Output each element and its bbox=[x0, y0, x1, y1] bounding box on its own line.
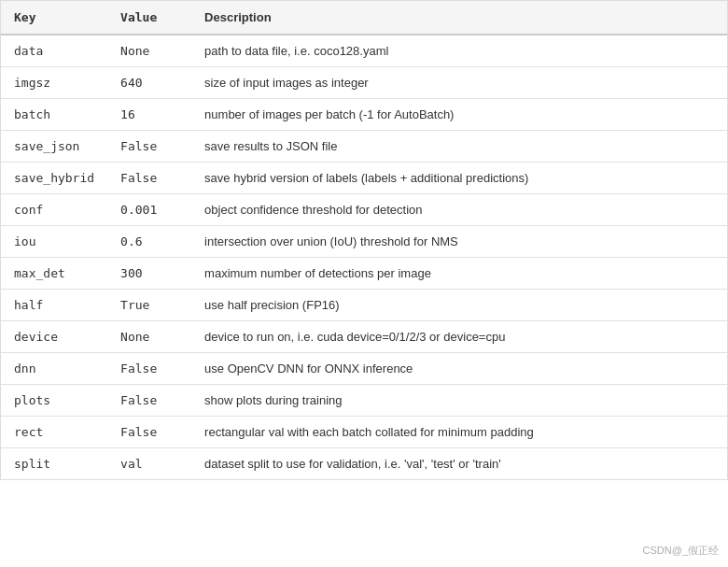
cell-value: val bbox=[107, 448, 191, 480]
cell-description: number of images per batch (-1 for AutoB… bbox=[191, 99, 727, 131]
cell-key: save_hybrid bbox=[1, 163, 107, 194]
cell-value: False bbox=[107, 417, 191, 448]
cell-value: 640 bbox=[107, 67, 191, 99]
cell-value: None bbox=[107, 321, 191, 353]
table-row: save_jsonFalsesave results to JSON file bbox=[1, 131, 727, 163]
cell-key: imgsz bbox=[1, 67, 107, 99]
table-row: max_det300maximum number of detections p… bbox=[1, 258, 727, 290]
watermark-label: CSDN@_假正经 bbox=[643, 544, 719, 558]
table-row: save_hybridFalsesave hybrid version of l… bbox=[1, 163, 727, 194]
cell-description: maximum number of detections per image bbox=[191, 258, 727, 290]
table-row: dataNonepath to data file, i.e. coco128.… bbox=[1, 35, 727, 67]
header-description: Description bbox=[191, 1, 727, 35]
cell-description: use OpenCV DNN for ONNX inference bbox=[191, 353, 727, 385]
main-table-container: Key Value Description dataNonepath to da… bbox=[0, 0, 728, 480]
parameters-table: Key Value Description dataNonepath to da… bbox=[1, 1, 727, 479]
cell-value: None bbox=[107, 35, 191, 67]
cell-key: data bbox=[1, 35, 107, 67]
cell-key: conf bbox=[1, 194, 107, 226]
cell-value: 0.6 bbox=[107, 226, 191, 258]
cell-value: 16 bbox=[107, 99, 191, 131]
cell-description: save hybrid version of labels (labels + … bbox=[191, 163, 727, 194]
cell-description: show plots during training bbox=[191, 385, 727, 417]
cell-value: True bbox=[107, 290, 191, 321]
cell-value: False bbox=[107, 131, 191, 163]
cell-key: dnn bbox=[1, 353, 107, 385]
cell-description: use half precision (FP16) bbox=[191, 290, 727, 321]
table-row: deviceNonedevice to run on, i.e. cuda de… bbox=[1, 321, 727, 353]
cell-key: rect bbox=[1, 417, 107, 448]
table-row: imgsz640size of input images as integer bbox=[1, 67, 727, 99]
cell-value: False bbox=[107, 385, 191, 417]
cell-description: save results to JSON file bbox=[191, 131, 727, 163]
table-row: dnnFalseuse OpenCV DNN for ONNX inferenc… bbox=[1, 353, 727, 385]
cell-description: dataset split to use for validation, i.e… bbox=[191, 448, 727, 480]
cell-key: device bbox=[1, 321, 107, 353]
cell-key: batch bbox=[1, 99, 107, 131]
header-key: Key bbox=[1, 1, 107, 35]
cell-key: save_json bbox=[1, 131, 107, 163]
cell-value: False bbox=[107, 163, 191, 194]
cell-description: path to data file, i.e. coco128.yaml bbox=[191, 35, 727, 67]
table-body: dataNonepath to data file, i.e. coco128.… bbox=[1, 35, 727, 479]
cell-value: 300 bbox=[107, 258, 191, 290]
table-row: halfTrueuse half precision (FP16) bbox=[1, 290, 727, 321]
cell-description: device to run on, i.e. cuda device=0/1/2… bbox=[191, 321, 727, 353]
cell-key: plots bbox=[1, 385, 107, 417]
cell-description: size of input images as integer bbox=[191, 67, 727, 99]
table-row: iou0.6intersection over union (IoU) thre… bbox=[1, 226, 727, 258]
table-row: conf0.001object confidence threshold for… bbox=[1, 194, 727, 226]
cell-description: intersection over union (IoU) threshold … bbox=[191, 226, 727, 258]
cell-description: object confidence threshold for detectio… bbox=[191, 194, 727, 226]
table-row: batch16number of images per batch (-1 fo… bbox=[1, 99, 727, 131]
cell-key: half bbox=[1, 290, 107, 321]
table-row: splitvaldataset split to use for validat… bbox=[1, 448, 727, 480]
cell-value: False bbox=[107, 353, 191, 385]
cell-key: iou bbox=[1, 226, 107, 258]
cell-value: 0.001 bbox=[107, 194, 191, 226]
table-row: rectFalserectangular val with each batch… bbox=[1, 417, 727, 448]
cell-key: split bbox=[1, 448, 107, 480]
table-row: plotsFalseshow plots during training bbox=[1, 385, 727, 417]
cell-description: rectangular val with each batch collated… bbox=[191, 417, 727, 448]
cell-key: max_det bbox=[1, 258, 107, 290]
table-header-row: Key Value Description bbox=[1, 1, 727, 35]
header-value: Value bbox=[107, 1, 191, 35]
